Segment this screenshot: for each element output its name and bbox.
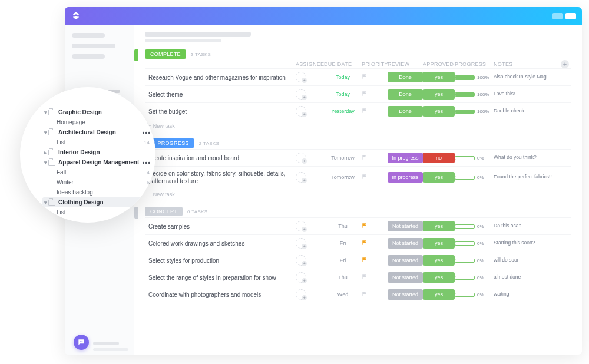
task-row[interactable]: Decide on color story, fabric story, sil… — [145, 166, 571, 188]
task-row[interactable]: Create samples Thu Not started yes 0% Do… — [145, 217, 571, 234]
due-date[interactable]: Thu — [324, 274, 362, 280]
progress-cell[interactable]: 100% — [455, 92, 494, 97]
approved-badge[interactable]: yes — [423, 238, 455, 249]
sidebar-folder[interactable]: ▾Apparel Design Management••• — [42, 157, 152, 167]
review-badge[interactable]: Not started — [388, 289, 423, 300]
chat-fab[interactable] — [74, 335, 89, 350]
approved-badge[interactable]: yes — [423, 106, 455, 117]
progress-label: 0% — [477, 241, 484, 246]
due-date[interactable]: Thu — [324, 223, 362, 229]
task-row[interactable]: Select theme Today Done yes 100% Love th… — [145, 85, 571, 102]
progress-cell[interactable]: 0% — [455, 241, 494, 246]
task-row[interactable]: Colored work drawings and sketches Fri N… — [145, 234, 571, 252]
review-badge[interactable]: Not started — [388, 255, 423, 266]
due-date[interactable]: Today — [324, 91, 362, 97]
approved-badge[interactable]: no — [423, 153, 455, 163]
review-badge[interactable]: Done — [388, 106, 423, 117]
sidebar-item[interactable]: Homepage7 — [42, 117, 152, 127]
due-date[interactable]: Today — [324, 74, 362, 80]
progress-cell[interactable]: 0% — [455, 224, 494, 229]
notes-cell[interactable]: Found the perfect fabrics!! — [494, 174, 561, 180]
priority-flag[interactable] — [362, 240, 388, 247]
priority-flag[interactable] — [362, 91, 388, 98]
assignee-add[interactable] — [296, 172, 306, 183]
task-row[interactable]: Research Vogue and other magazines for i… — [145, 68, 571, 85]
progress-cell[interactable]: 0% — [455, 155, 494, 161]
review-badge[interactable]: Not started — [388, 221, 423, 231]
review-badge[interactable]: Done — [388, 72, 423, 82]
due-date[interactable]: Wed — [324, 292, 362, 297]
window-maximize[interactable] — [565, 13, 576, 19]
progress-cell[interactable]: 100% — [455, 109, 494, 114]
review-badge[interactable]: In progress — [388, 172, 423, 183]
window-minimize[interactable] — [552, 13, 563, 19]
assignee-add[interactable] — [296, 72, 306, 82]
due-date[interactable]: Tomorrow — [324, 155, 362, 161]
notes-cell[interactable]: What do you think? — [494, 155, 561, 161]
priority-flag[interactable] — [362, 291, 388, 298]
notes-cell[interactable]: waiting — [494, 292, 561, 297]
approved-badge[interactable]: yes — [423, 289, 455, 300]
assignee-add[interactable] — [296, 289, 306, 300]
assignee-add[interactable] — [296, 255, 306, 266]
task-row[interactable]: Select the range of styles in preparatio… — [145, 269, 571, 286]
progress-cell[interactable]: 0% — [455, 292, 494, 297]
notes-cell[interactable]: Starting this soon? — [494, 240, 561, 246]
assignee-add[interactable] — [296, 153, 306, 163]
progress-cell[interactable]: 0% — [455, 258, 494, 263]
approved-badge[interactable]: yes — [423, 255, 455, 266]
task-row[interactable]: Create inspiration and mood board Tomorr… — [145, 149, 571, 166]
approved-badge[interactable]: yes — [423, 172, 455, 183]
priority-flag[interactable] — [362, 257, 388, 264]
due-date[interactable]: Fri — [324, 257, 362, 263]
sidebar-folder[interactable]: ▸Interior Design — [42, 147, 152, 157]
review-badge[interactable]: Not started — [388, 272, 423, 283]
sidebar-item[interactable]: List14 — [42, 137, 152, 147]
approved-badge[interactable]: yes — [423, 272, 455, 283]
priority-flag[interactable] — [362, 223, 388, 230]
approved-badge[interactable]: yes — [423, 89, 455, 100]
progress-cell[interactable]: 0% — [455, 275, 494, 280]
status-pill[interactable]: CONCEPT — [145, 207, 183, 216]
sidebar-folder[interactable]: ▾Graphic Design••• — [42, 107, 152, 117]
due-date[interactable]: Fri — [324, 240, 362, 246]
notes-cell[interactable]: Double-check — [494, 108, 561, 114]
notes-cell[interactable]: Also check In-style Mag. — [494, 74, 561, 80]
notes-cell[interactable]: almost done — [494, 274, 561, 280]
priority-flag[interactable] — [362, 174, 388, 181]
assignee-add[interactable] — [296, 106, 306, 117]
priority-flag[interactable] — [362, 154, 388, 161]
priority-flag[interactable] — [362, 74, 388, 81]
assignee-add[interactable] — [296, 272, 306, 283]
more-icon[interactable]: ••• — [142, 159, 151, 166]
more-icon[interactable]: ••• — [142, 129, 151, 136]
priority-flag[interactable] — [362, 108, 388, 115]
approved-badge[interactable]: yes — [423, 72, 455, 82]
notes-cell[interactable]: will do soon — [494, 257, 561, 263]
task-row[interactable]: Coordinate with photographers and models… — [145, 286, 571, 303]
approved-badge[interactable]: yes — [423, 221, 455, 231]
progress-cell[interactable]: 0% — [455, 175, 494, 180]
due-date[interactable]: Tomorrow — [324, 174, 362, 180]
sidebar-item[interactable]: Winter6 — [42, 177, 152, 187]
status-pill[interactable]: COMPLETE — [145, 49, 186, 59]
sidebar-folder[interactable]: ▾Architectural Design••• — [42, 127, 152, 137]
new-task-button[interactable]: + New task — [145, 188, 571, 198]
priority-flag[interactable] — [362, 274, 388, 281]
add-column-button[interactable]: + — [561, 60, 569, 68]
assignee-add[interactable] — [296, 89, 306, 100]
task-row[interactable]: Set the budget Yesterday Done yes 100% D… — [145, 102, 571, 120]
new-task-button[interactable]: + New task — [145, 120, 571, 130]
notes-cell[interactable]: Love this! — [494, 91, 561, 97]
review-badge[interactable]: Done — [388, 89, 423, 100]
review-badge[interactable]: Not started — [388, 238, 423, 249]
task-row[interactable]: Select styles for production Fri Not sta… — [145, 252, 571, 269]
notes-cell[interactable]: Do this asap — [494, 223, 561, 229]
due-date[interactable]: Yesterday — [324, 108, 362, 114]
progress-cell[interactable]: 100% — [455, 75, 494, 80]
assignee-add[interactable] — [296, 238, 306, 249]
assignee-add[interactable] — [296, 221, 306, 231]
sidebar-item[interactable]: Fall4 — [42, 167, 152, 177]
review-badge[interactable]: In progress — [388, 153, 423, 163]
sidebar-item[interactable]: Ideas backlog3 — [42, 187, 152, 197]
